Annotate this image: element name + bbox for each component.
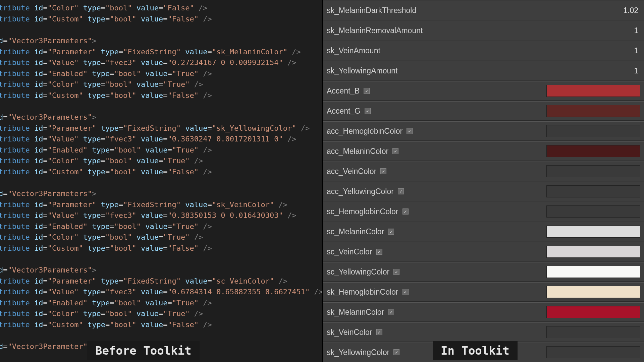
xml-node-line: d="Vector3Parameters"> bbox=[0, 112, 322, 123]
color-property-row[interactable]: sc_MelaninColor✓ bbox=[323, 222, 644, 241]
color-property-row[interactable]: acc_MelaninColor✓ bbox=[323, 141, 644, 161]
checkbox-icon[interactable]: ✓ bbox=[388, 229, 394, 235]
xml-attribute-line: tribute id="Custom" type="bool" value="F… bbox=[0, 319, 322, 330]
property-label: acc_HemoglobinColor bbox=[327, 127, 402, 136]
blank-line bbox=[0, 254, 322, 265]
property-label: sk_MelaninDarkThreshold bbox=[327, 6, 623, 15]
property-label: sk_YellowingAmount bbox=[327, 66, 634, 75]
checkbox-icon[interactable]: ✓ bbox=[376, 329, 382, 335]
xml-attribute-line: tribute id="Enabled" type="bool" value="… bbox=[0, 68, 322, 79]
color-property-row[interactable]: acc_HemoglobinColor✓ bbox=[323, 121, 644, 141]
color-swatch[interactable] bbox=[546, 286, 640, 298]
checkbox-icon[interactable]: ✓ bbox=[393, 349, 399, 355]
xml-attribute-line: tribute id="Color" type="bool" value="Tr… bbox=[0, 156, 322, 167]
xml-attribute-line: tribute id="Parameter" type="FixedString… bbox=[0, 199, 322, 210]
xml-attribute-line: tribute id="Color" type="bool" value="Tr… bbox=[0, 232, 322, 243]
property-label: Accent_G bbox=[327, 107, 361, 116]
color-property-row[interactable]: sk_VeinColor✓ bbox=[323, 322, 644, 342]
blank-line bbox=[0, 24, 322, 36]
xml-attribute-line: tribute id="Custom" type="bool" value="F… bbox=[0, 243, 322, 254]
checkbox-icon[interactable]: ✓ bbox=[380, 168, 386, 174]
blank-line bbox=[0, 101, 322, 112]
property-label: sk_VeinAmount bbox=[327, 46, 634, 55]
xml-attribute-line: tribute id="Value" type="fvec3" value="0… bbox=[0, 134, 322, 145]
color-swatch[interactable] bbox=[546, 266, 640, 278]
color-swatch[interactable] bbox=[546, 145, 640, 157]
color-property-row[interactable]: acc_YellowingColor✓ bbox=[323, 182, 644, 201]
code-panel: tribute id="Color" type="bool" value="Fa… bbox=[0, 0, 322, 362]
property-label: sk_HemoglobinColor bbox=[327, 288, 398, 297]
property-panel: sk_MelaninDarkThreshold1.02sk_MelaninRem… bbox=[322, 0, 644, 362]
color-property-row[interactable]: Accent_G✓ bbox=[323, 101, 644, 121]
property-label: sc_YellowingColor bbox=[327, 267, 389, 277]
checkbox-icon[interactable]: ✓ bbox=[402, 289, 409, 295]
property-value[interactable]: 1 bbox=[634, 66, 640, 75]
xml-attribute-line: tribute id="Value" type="fvec3" value="0… bbox=[0, 57, 322, 68]
color-property-row[interactable]: sk_MelaninColor✓ bbox=[323, 302, 644, 322]
in-toolkit-label: In Toolkit bbox=[433, 341, 518, 360]
xml-attribute-line: tribute id="Custom" type="bool" value="F… bbox=[0, 90, 322, 101]
xml-node-line: d="Vector3Parameters"> bbox=[0, 265, 322, 276]
property-label: sc_HemoglobinColor bbox=[327, 207, 398, 216]
checkbox-icon[interactable]: ✓ bbox=[402, 208, 409, 215]
property-label: sk_VeinColor bbox=[327, 328, 372, 337]
scalar-property-row[interactable]: sk_MelaninDarkThreshold1.02 bbox=[323, 1, 644, 20]
property-value[interactable]: 1 bbox=[634, 46, 640, 55]
xml-node-line: d="Vector3Parameters"> bbox=[0, 36, 322, 47]
property-label: acc_YellowingColor bbox=[327, 187, 394, 196]
color-swatch[interactable] bbox=[546, 125, 640, 137]
blank-line bbox=[0, 330, 322, 341]
before-toolkit-label: Before Toolkit bbox=[87, 341, 200, 360]
scalar-property-row[interactable]: sk_MelaninRemovalAmount1 bbox=[323, 21, 644, 40]
xml-attribute-line: tribute id="Enabled" type="bool" value="… bbox=[0, 221, 322, 232]
color-swatch[interactable] bbox=[546, 226, 640, 238]
checkbox-icon[interactable]: ✓ bbox=[398, 188, 404, 194]
color-swatch[interactable] bbox=[546, 105, 640, 117]
color-swatch[interactable] bbox=[546, 246, 640, 258]
xml-attribute-line: tribute id="Color" type="bool" value="Tr… bbox=[0, 308, 322, 319]
color-property-row[interactable]: sk_HemoglobinColor✓ bbox=[323, 282, 644, 302]
checkbox-icon[interactable]: ✓ bbox=[407, 128, 413, 134]
xml-node-line: d="Vector3Parameters"> bbox=[0, 188, 322, 199]
checkbox-icon[interactable]: ✓ bbox=[393, 269, 399, 275]
property-label: acc_MelaninColor bbox=[327, 147, 388, 156]
property-label: sk_MelaninColor bbox=[327, 308, 384, 317]
blank-line bbox=[0, 177, 322, 188]
color-swatch[interactable] bbox=[546, 346, 640, 358]
xml-attribute-line: tribute id="Parameter" type="FixedString… bbox=[0, 276, 322, 287]
checkbox-icon[interactable]: ✓ bbox=[365, 108, 371, 114]
property-value[interactable]: 1.02 bbox=[623, 6, 640, 15]
color-swatch[interactable] bbox=[546, 185, 640, 197]
xml-attribute-line: tribute id="Parameter" type="FixedString… bbox=[0, 123, 322, 134]
color-property-row[interactable]: Accent_B✓ bbox=[323, 81, 644, 101]
color-property-row[interactable]: acc_VeinColor✓ bbox=[323, 162, 644, 181]
checkbox-icon[interactable]: ✓ bbox=[392, 148, 398, 154]
scalar-property-row[interactable]: sk_VeinAmount1 bbox=[323, 41, 644, 60]
property-label: sk_YellowingColor bbox=[327, 348, 389, 357]
checkbox-icon[interactable]: ✓ bbox=[376, 249, 382, 255]
scalar-property-row[interactable]: sk_YellowingAmount1 bbox=[323, 61, 644, 80]
property-label: sc_VeinColor bbox=[327, 247, 372, 256]
xml-attribute-line: tribute id="Enabled" type="bool" value="… bbox=[0, 298, 322, 309]
color-swatch[interactable] bbox=[546, 306, 640, 318]
xml-attribute-line: tribute id="Enabled" type="bool" value="… bbox=[0, 145, 322, 156]
property-value[interactable]: 1 bbox=[634, 26, 640, 35]
color-property-row[interactable]: sc_VeinColor✓ bbox=[323, 242, 644, 261]
checkbox-icon[interactable]: ✓ bbox=[388, 309, 394, 315]
color-property-row[interactable]: sc_HemoglobinColor✓ bbox=[323, 202, 644, 221]
xml-attribute-line: tribute id="Custom" type="bool" value="F… bbox=[0, 14, 322, 25]
property-label: acc_VeinColor bbox=[327, 167, 376, 176]
color-swatch[interactable] bbox=[546, 326, 640, 338]
checkbox-icon[interactable]: ✓ bbox=[364, 88, 370, 94]
color-swatch[interactable] bbox=[546, 165, 640, 177]
xml-attribute-line: tribute id="Color" type="bool" value="Tr… bbox=[0, 79, 322, 90]
xml-attribute-line: tribute id="Custom" type="bool" value="F… bbox=[0, 167, 322, 178]
xml-attribute-line: tribute id="Parameter" type="FixedString… bbox=[0, 47, 322, 58]
color-swatch[interactable] bbox=[546, 85, 640, 97]
property-label: sk_MelaninRemovalAmount bbox=[327, 26, 634, 35]
color-swatch[interactable] bbox=[546, 205, 640, 218]
property-label: Accent_B bbox=[327, 86, 360, 96]
xml-attribute-line: tribute id="Color" type="bool" value="Fa… bbox=[0, 3, 322, 14]
color-property-row[interactable]: sc_YellowingColor✓ bbox=[323, 262, 644, 282]
property-label: sc_MelaninColor bbox=[327, 227, 384, 236]
